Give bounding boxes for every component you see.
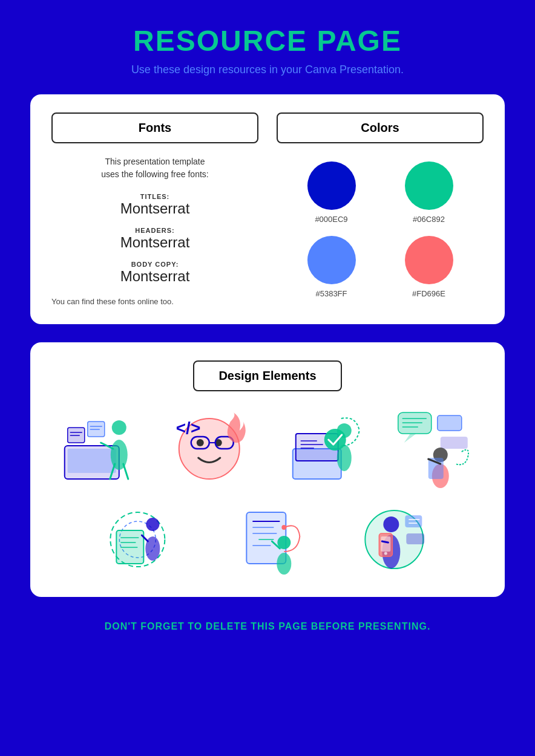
footer-notice: DON'T FORGET TO DELETE THIS PAGE BEFORE …: [30, 615, 505, 638]
color-hex-3: #5383FF: [315, 289, 347, 298]
color-hex-2: #06C892: [413, 215, 445, 224]
page-subtitle: Use these design resources in your Canva…: [30, 64, 505, 76]
color-circle-1: [307, 161, 356, 210]
illustration-6: [212, 500, 324, 579]
color-circle-2: [405, 161, 453, 210]
illustration-5: [88, 500, 200, 579]
top-card: Fonts This presentation template uses th…: [30, 94, 505, 324]
svg-point-67: [281, 525, 286, 530]
illustration-4: [385, 409, 484, 488]
svg-rect-42: [440, 437, 467, 449]
svg-point-49: [146, 518, 159, 531]
footer-text: DON'T FORGET TO DELETE THIS PAGE BEFORE …: [36, 621, 499, 632]
svg-marker-39: [404, 434, 416, 443]
titles-label: TITLES:: [51, 193, 258, 200]
page-header: RESOURCE PAGE Use these design resources…: [30, 24, 505, 76]
fonts-section: Fonts This presentation template uses th…: [51, 112, 258, 306]
colors-header: Colors: [277, 112, 484, 143]
headers-font: Montserrat: [51, 234, 258, 251]
illustration-3: [274, 409, 373, 488]
svg-rect-74: [381, 536, 391, 552]
svg-text:</>: </>: [176, 419, 200, 437]
headers-label: HEADERS:: [51, 227, 258, 234]
illustrations-bottom-row: [51, 500, 484, 579]
color-item-2: #06C892: [386, 161, 471, 224]
body-label: BODY COPY:: [51, 261, 258, 268]
page-title: RESOURCE PAGE: [30, 24, 505, 57]
illustrations-top-row: </>: [51, 409, 484, 488]
svg-rect-45: [428, 458, 443, 479]
design-elements-card: Design Elements: [30, 342, 505, 597]
color-circle-4: [405, 236, 453, 284]
svg-point-18: [196, 439, 203, 446]
color-item-1: #000EC9: [289, 161, 374, 224]
illustration-7: [335, 500, 447, 579]
svg-rect-40: [437, 415, 461, 431]
color-item-4: #FD696E: [386, 236, 471, 298]
color-hex-4: #FD696E: [412, 289, 445, 298]
svg-line-76: [382, 541, 389, 543]
body-font-item: BODY COPY: Montserrat: [51, 261, 258, 285]
svg-point-33: [324, 429, 346, 451]
svg-rect-2: [68, 449, 116, 473]
colors-section: Colors #000EC9 #06C892 #5383FF #FD696E: [277, 112, 484, 306]
svg-point-8: [111, 440, 128, 470]
design-elements-header: Design Elements: [193, 360, 341, 391]
titles-font: Montserrat: [51, 200, 258, 217]
colors-grid: #000EC9 #06C892 #5383FF #FD696E: [277, 155, 484, 304]
svg-line-14: [123, 464, 128, 479]
illustration-1: [51, 409, 151, 488]
svg-rect-78: [407, 533, 425, 544]
body-font: Montserrat: [51, 268, 258, 285]
fonts-description: This presentation template uses the foll…: [51, 155, 258, 181]
fonts-header: Fonts: [51, 112, 258, 143]
headers-font-item: HEADERS: Montserrat: [51, 227, 258, 251]
svg-point-7: [112, 420, 126, 435]
titles-font-item: TITLES: Montserrat: [51, 193, 258, 217]
illustration-2: </>: [163, 409, 262, 488]
color-item-3: #5383FF: [289, 236, 374, 298]
svg-point-75: [384, 552, 387, 555]
svg-point-70: [384, 516, 399, 532]
color-hex-1: #000EC9: [315, 215, 347, 224]
svg-point-65: [277, 553, 291, 575]
fonts-footer: You can find these fonts online too.: [51, 297, 258, 306]
svg-rect-77: [405, 515, 422, 527]
color-circle-3: [307, 236, 356, 284]
